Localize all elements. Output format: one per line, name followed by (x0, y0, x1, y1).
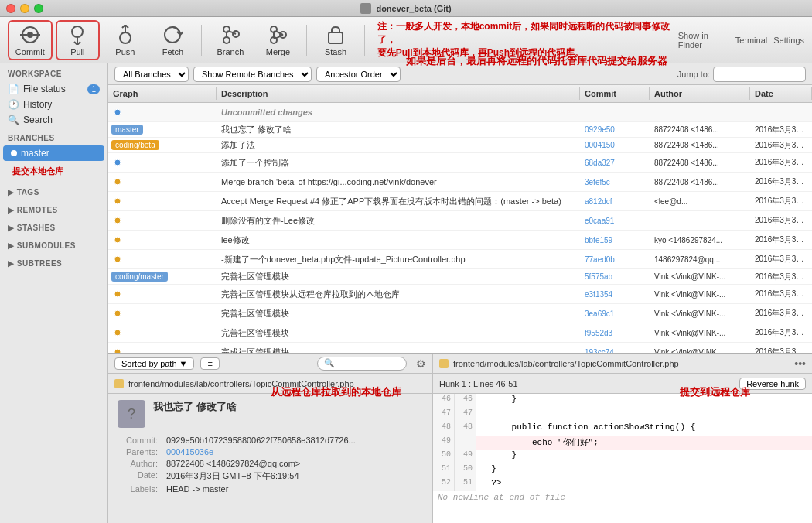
php-file-icon (114, 379, 124, 388)
diff-line-row: 4646 } (433, 394, 812, 408)
table-row[interactable]: 完善社区管理模块f9552d3Vink <Vink@VINK-...2016年3… (108, 323, 812, 343)
table-row[interactable]: -新建了一个donever_beta.php文件-update_PictureC… (108, 250, 812, 269)
diff-header: Hunk 1 : Lines 46-51 Reverse hunk (433, 374, 812, 394)
gear-button[interactable]: ⚙ (416, 357, 426, 370)
table-row[interactable]: 添加了一个控制器68da32788722408 <1486...2016年3月3… (108, 153, 812, 173)
sort-by-path-button[interactable]: Sorted by path ▼ (114, 357, 194, 370)
commit-hash-cell: f9552d3 (580, 327, 650, 339)
diff-line-code: } (476, 463, 812, 477)
submodules-chevron: ▶ (8, 241, 17, 250)
separator-1 (201, 25, 202, 56)
commit-hash-cell (580, 111, 650, 114)
merge-button[interactable]: Merge (256, 20, 301, 60)
description-cell: Uncommitted changes (217, 106, 580, 118)
branch-label: Branch (217, 47, 244, 56)
commit-hash-cell: 5f575ab (580, 271, 650, 282)
graph-cell: coding/beta (108, 138, 217, 152)
local-commit-annotation: 提交本地仓库 (6, 164, 101, 179)
svg-point-25 (114, 291, 121, 297)
remote-filter-select[interactable]: Show Remote Branches (193, 67, 312, 82)
sidebar-item-file-status[interactable]: 📄 File status 1 (0, 81, 107, 97)
table-row[interactable]: coding/master完善社区管理模块5f575abVink <Vink@V… (108, 269, 812, 285)
diff-file-path: frontend/modules/lab/controllers/TopicCo… (453, 359, 679, 368)
graph-cell (108, 304, 217, 323)
sort-bar: Sorted by path ▼ ≡ 🔍 ⚙ (108, 354, 432, 374)
push-button[interactable]: Push (103, 20, 148, 60)
more-button[interactable]: ••• (794, 357, 806, 370)
date-cell: 2016年3月3日 下... (750, 306, 812, 320)
list-view-button[interactable]: ≡ (200, 357, 219, 370)
sidebar-item-search[interactable]: 🔍 Search (0, 112, 107, 128)
branch-button[interactable]: Branch (208, 20, 253, 60)
date-cell: 2016年3月3日 下... (750, 233, 812, 247)
labels-meta-value: HEAD -> master (166, 484, 423, 494)
subtrees-chevron: ▶ (8, 259, 17, 268)
stashes-label: STASHES (17, 224, 56, 232)
sidebar-item-master[interactable]: master (3, 145, 104, 161)
stash-button[interactable]: Stash (313, 20, 358, 60)
author-cell: Vink <Vink@VINK-... (650, 327, 750, 339)
description-cell: 完成社区管理模块 (217, 345, 580, 354)
jump-to-input[interactable] (713, 67, 806, 82)
diff-file-header: frontend/modules/lab/controllers/TopicCo… (433, 354, 812, 374)
svg-point-28 (114, 349, 121, 353)
file-search-input[interactable] (338, 359, 400, 368)
pull-label: Pull (70, 47, 84, 56)
table-row[interactable]: coding/beta添加了法000415088722408 <1486...2… (108, 138, 812, 153)
minimize-button[interactable] (20, 4, 29, 13)
tags-label: TAGS (17, 188, 39, 197)
author-cell (650, 219, 750, 222)
reverse-hunk-button[interactable]: Reverse hunk (739, 378, 806, 390)
remotes-label: REMOTES (17, 206, 58, 214)
branch-filter-select[interactable]: All Branches (114, 67, 189, 82)
table-row[interactable]: lee修改bbfe159kyo <1486297824...2016年3月3日 … (108, 231, 812, 250)
diff-new-num: 51 (455, 477, 476, 491)
table-row[interactable]: Accept Merge Request #4 修正了APP下载界面在没有版本时… (108, 192, 812, 211)
pull-button[interactable]: Pull (56, 20, 101, 60)
fetch-button[interactable]: Fetch (151, 20, 196, 60)
graph-cell (108, 285, 217, 303)
parents-value[interactable]: 000415036e (166, 447, 423, 456)
sidebar-item-history[interactable]: 🕐 History (0, 97, 107, 112)
commit-hash-cell: bbfe159 (580, 234, 650, 246)
settings-btn[interactable]: Settings (773, 36, 804, 45)
terminal-btn[interactable]: Terminal (735, 36, 768, 45)
table-row[interactable]: Uncommitted changes (108, 103, 812, 122)
show-in-finder-btn[interactable]: Show in Finder (678, 31, 729, 50)
date-cell: 2016年3月3日 下... (750, 175, 812, 189)
author-cell: kyo <1486297824... (650, 234, 750, 246)
close-button[interactable] (6, 4, 15, 13)
stash-icon (325, 24, 346, 46)
table-row[interactable]: 完成社区管理模块193cc74Vink <Vink@VINK-...2016年3… (108, 343, 812, 353)
maximize-button[interactable] (34, 4, 43, 13)
bottom-area: Sorted by path ▼ ≡ 🔍 ⚙ frontend/modules/… (108, 353, 812, 523)
table-row[interactable]: 完善社区管理模块3ea69c1Vink <Vink@VINK-...2016年3… (108, 304, 812, 323)
commit-col-header: Commit (580, 87, 650, 100)
workspace-header: WORKSPACE (0, 63, 107, 81)
diff-line-row: 5251 ?> (433, 477, 812, 491)
window-icon (360, 3, 371, 14)
stashes-header: ▶ STASHES (0, 217, 107, 235)
table-row[interactable]: 完善社区管理模块从远程仓库拉取到的本地仓库e3f1354Vink <Vink@V… (108, 285, 812, 304)
push-icon (114, 24, 136, 46)
description-cell: 完善社区管理模块 (217, 269, 580, 284)
table-row[interactable]: master我也忘了 修改了啥0929e5088722408 <1486...2… (108, 122, 812, 138)
sidebar: WORKSPACE 📄 File status 1 🕐 History 🔍 Se… (0, 63, 108, 523)
table-row[interactable]: 删除没有的文件-Lee修改e0caa912016年3月3日 下... (108, 211, 812, 231)
submodules-label: SUBMODULES (17, 241, 76, 250)
commit-message: 我也忘了 修改了啥 (153, 400, 237, 414)
svg-rect-17 (329, 32, 343, 43)
author-cell: 88722408 <1486... (650, 139, 750, 151)
diff-new-num: 48 (455, 422, 476, 436)
svg-point-20 (114, 179, 121, 185)
diff-old-num: 50 (433, 450, 455, 463)
stash-label: Stash (325, 47, 346, 56)
order-filter-select[interactable]: Ancestor Order (316, 67, 401, 82)
diff-old-num: 51 (433, 463, 455, 477)
commit-hash-label: Commit: (118, 436, 164, 445)
commit-button[interactable]: Commit (8, 20, 53, 60)
file-search-icon: 🔍 (324, 358, 335, 368)
table-row[interactable]: Merge branch 'beta' of https://gi...codi… (108, 173, 812, 192)
main-layout: WORKSPACE 📄 File status 1 🕐 History 🔍 Se… (0, 63, 812, 523)
commit-hash-cell: 0929e50 (580, 124, 650, 135)
